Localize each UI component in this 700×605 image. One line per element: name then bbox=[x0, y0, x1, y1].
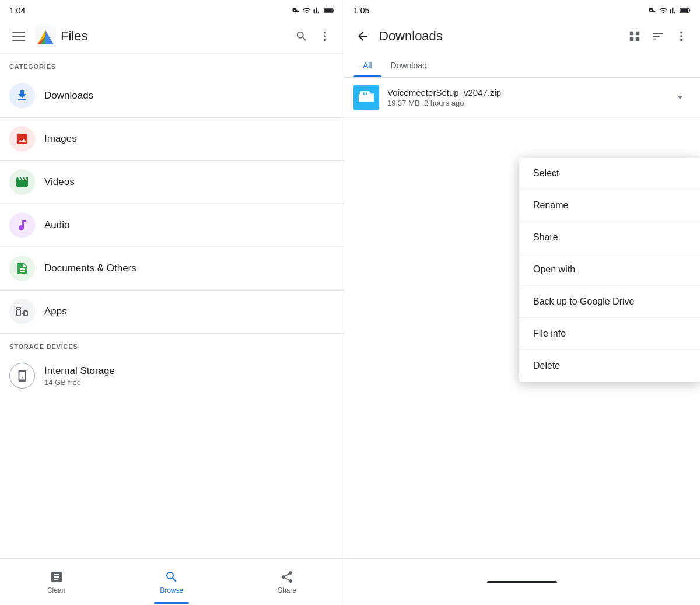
nav-share[interactable]: Share bbox=[266, 565, 308, 599]
downloads-icon-wrap bbox=[9, 83, 35, 109]
menu-rename[interactable]: Rename bbox=[519, 190, 700, 222]
menu-backup-drive[interactable]: Back up to Google Drive bbox=[519, 286, 700, 318]
search-button[interactable] bbox=[290, 25, 313, 48]
hamburger-line bbox=[12, 32, 25, 33]
left-panel: 1:04 Files bbox=[0, 0, 344, 605]
storage-sub: 14 GB free bbox=[44, 378, 115, 387]
menu-select[interactable]: Select bbox=[519, 158, 700, 190]
left-status-icons bbox=[292, 6, 334, 15]
documents-label: Documents & Others bbox=[44, 263, 136, 274]
nav-clean[interactable]: Clean bbox=[36, 565, 77, 599]
more-options-button[interactable] bbox=[313, 25, 337, 48]
document-icon bbox=[15, 261, 29, 275]
bottom-indicator bbox=[487, 581, 557, 583]
category-item-audio[interactable]: Audio bbox=[0, 204, 344, 247]
images-label: Images bbox=[44, 133, 77, 145]
internal-storage-item[interactable]: Internal Storage 14 GB free bbox=[0, 355, 344, 397]
videos-icon-wrap bbox=[9, 169, 35, 195]
share-icon bbox=[280, 570, 294, 584]
svg-rect-12 bbox=[690, 10, 691, 12]
svg-rect-13 bbox=[681, 9, 688, 12]
menu-file-info[interactable]: File info bbox=[519, 318, 700, 350]
svg-point-16 bbox=[680, 39, 682, 41]
menu-delete[interactable]: Delete bbox=[519, 350, 700, 382]
zip-icon bbox=[359, 90, 374, 105]
grid-view-button[interactable] bbox=[623, 25, 646, 48]
page-title: Downloads bbox=[379, 29, 623, 44]
category-item-documents[interactable]: Documents & Others bbox=[0, 247, 344, 290]
svg-point-8 bbox=[324, 31, 326, 33]
svg-point-15 bbox=[680, 35, 682, 37]
images-icon-wrap bbox=[9, 126, 35, 152]
storage-text: Internal Storage 14 GB free bbox=[44, 365, 115, 387]
category-item-apps[interactable]: Apps bbox=[0, 291, 344, 333]
tab-all[interactable]: All bbox=[354, 54, 382, 77]
svg-rect-1 bbox=[333, 10, 334, 12]
audio-label: Audio bbox=[44, 219, 69, 231]
category-item-downloads[interactable]: Downloads bbox=[0, 75, 344, 117]
grid-icon bbox=[628, 30, 641, 43]
chevron-down-icon bbox=[674, 92, 686, 103]
clean-icon bbox=[50, 570, 64, 584]
file-info: VoicemeeterSetup_v2047.zip 19.37 MB, 2 h… bbox=[387, 88, 670, 107]
audio-icon-wrap bbox=[9, 212, 35, 238]
sort-icon bbox=[652, 30, 664, 43]
category-item-images[interactable]: Images bbox=[0, 118, 344, 160]
svg-point-9 bbox=[324, 35, 326, 37]
sort-button[interactable] bbox=[646, 25, 670, 48]
right-panel: 1:05 Downloads All Download bbox=[344, 0, 700, 605]
storage-icon-wrap bbox=[9, 363, 35, 389]
nav-browse[interactable]: Browse bbox=[148, 565, 195, 599]
menu-share[interactable]: Share bbox=[519, 222, 700, 254]
back-button[interactable] bbox=[351, 25, 374, 48]
right-time: 1:05 bbox=[354, 6, 369, 15]
file-chevron-button[interactable] bbox=[670, 87, 691, 108]
apps-icon-wrap bbox=[9, 299, 35, 324]
svg-point-14 bbox=[680, 32, 682, 34]
documents-icon-wrap bbox=[9, 256, 35, 281]
menu-button[interactable] bbox=[7, 25, 30, 48]
audio-icon bbox=[15, 218, 29, 232]
left-status-bar: 1:04 bbox=[0, 0, 344, 19]
apps-label: Apps bbox=[44, 306, 67, 317]
more-options-right-button[interactable] bbox=[670, 25, 693, 48]
downloads-label: Downloads bbox=[44, 90, 93, 102]
videos-label: Videos bbox=[44, 176, 75, 188]
left-top-bar: Files bbox=[0, 19, 344, 54]
file-icon-wrap bbox=[354, 85, 379, 110]
hamburger-line bbox=[12, 36, 25, 37]
hamburger-line bbox=[12, 40, 25, 41]
right-top-bar: Downloads bbox=[344, 19, 700, 54]
clean-label: Clean bbox=[47, 586, 65, 594]
svg-rect-2 bbox=[324, 9, 332, 12]
browse-label: Browse bbox=[160, 586, 183, 594]
file-name: VoicemeeterSetup_v2047.zip bbox=[387, 88, 670, 97]
menu-open-with[interactable]: Open with bbox=[519, 254, 700, 286]
app-logo bbox=[35, 26, 56, 47]
browse-icon bbox=[164, 570, 178, 584]
back-icon bbox=[356, 29, 370, 43]
storage-label: STORAGE DEVICES bbox=[0, 334, 344, 355]
download-icon bbox=[15, 89, 29, 103]
share-label: Share bbox=[278, 586, 296, 594]
categories-label: CATEGORIES bbox=[0, 54, 344, 75]
video-icon bbox=[15, 175, 29, 189]
left-time: 1:04 bbox=[9, 6, 25, 15]
right-status-bar: 1:05 bbox=[344, 0, 700, 19]
app-title: Files bbox=[61, 29, 290, 44]
category-item-videos[interactable]: Videos bbox=[0, 161, 344, 204]
svg-point-10 bbox=[324, 39, 326, 41]
browse-active-indicator bbox=[154, 602, 189, 604]
storage-icon bbox=[16, 369, 29, 382]
bottom-nav-right bbox=[344, 558, 700, 605]
storage-name: Internal Storage bbox=[44, 365, 115, 377]
bottom-nav: Clean Browse Share bbox=[0, 558, 344, 605]
tabs-bar: All Download bbox=[344, 54, 700, 78]
file-meta: 19.37 MB, 2 hours ago bbox=[387, 99, 670, 107]
right-status-icons bbox=[649, 6, 691, 15]
file-row[interactable]: VoicemeeterSetup_v2047.zip 19.37 MB, 2 h… bbox=[344, 78, 700, 118]
context-menu: Select Rename Share Open with Back up to… bbox=[519, 158, 700, 382]
apps-icon bbox=[15, 305, 29, 319]
tab-download[interactable]: Download bbox=[382, 54, 436, 77]
more-icon bbox=[675, 30, 688, 43]
